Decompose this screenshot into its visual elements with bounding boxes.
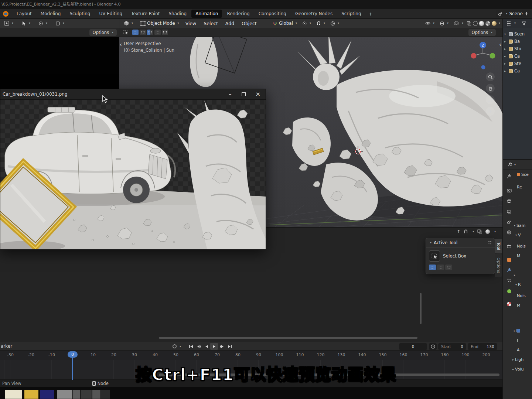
tab-scripting[interactable]: Scripting bbox=[337, 10, 365, 18]
mode-subtract-toggle[interactable] bbox=[445, 265, 452, 270]
panel-grip-icon[interactable] bbox=[488, 241, 492, 245]
properties-tab-material[interactable] bbox=[505, 300, 513, 308]
camera-view-button[interactable] bbox=[486, 95, 495, 104]
shading-rendered-button[interactable] bbox=[491, 21, 497, 26]
props-section-volumes[interactable]: ▸Volu bbox=[512, 367, 524, 372]
prev-keyframe-button[interactable] bbox=[195, 343, 202, 350]
properties-tab-particles[interactable] bbox=[505, 276, 513, 284]
shading-solid-button[interactable] bbox=[479, 21, 484, 26]
mode-extend-toggle[interactable] bbox=[437, 265, 444, 270]
mode-selector[interactable]: Object Mode ▾ bbox=[138, 20, 181, 27]
shading-sphere-button[interactable] bbox=[485, 229, 490, 234]
snap-magnet-button[interactable] bbox=[464, 229, 468, 234]
disclosure-icon[interactable]: ▸ bbox=[504, 55, 507, 58]
proportional-editing-toggle[interactable]: ▾ bbox=[328, 20, 341, 27]
select-box-tile[interactable] bbox=[429, 250, 440, 262]
sync-up-icon[interactable]: ↑ bbox=[457, 229, 460, 234]
snap-toggle[interactable]: ▾ bbox=[314, 20, 327, 27]
left-editor-type-button[interactable]: ▾ bbox=[2, 20, 16, 27]
properties-tab-modifiers[interactable] bbox=[505, 266, 513, 274]
select-mode-subtract-toggle[interactable] bbox=[147, 30, 153, 35]
outliner-root-row[interactable]: ▾ Scen bbox=[503, 30, 532, 38]
tab-compositing[interactable]: Compositing bbox=[255, 10, 290, 18]
sidebar-collapse-icon[interactable]: ‹ bbox=[499, 41, 501, 48]
left-options-dropdown[interactable]: Options ▾ bbox=[89, 29, 117, 36]
tab-geometry-nodes[interactable]: Geometry Nodes bbox=[291, 10, 337, 18]
props-section-viewport[interactable]: ▾V bbox=[515, 233, 521, 238]
properties-tab-render[interactable] bbox=[505, 186, 513, 194]
left-select-tool-button[interactable]: ▾ bbox=[19, 20, 33, 27]
marker-menu[interactable]: arker bbox=[1, 344, 12, 349]
overlays-toggle[interactable]: ▾ bbox=[451, 20, 466, 26]
shading-options-caret-icon[interactable]: ▾ bbox=[499, 22, 500, 25]
auto-keying-toggle[interactable] bbox=[171, 343, 178, 350]
navigation-gizmo[interactable]: Z bbox=[469, 41, 497, 72]
toolbar-collapse-icon[interactable]: ‹ bbox=[120, 41, 122, 48]
pivot-point-selector[interactable]: ▾ bbox=[300, 20, 313, 27]
properties-tab-collection[interactable] bbox=[505, 242, 513, 250]
left-annotate-tool-button[interactable]: ▾ bbox=[53, 20, 66, 27]
play-button[interactable] bbox=[210, 343, 218, 350]
viewport-editor-type-button[interactable]: ▾ bbox=[122, 20, 135, 27]
props-section-sampling[interactable]: ▾Sam bbox=[514, 223, 525, 228]
main-options-dropdown[interactable]: Options ▾ bbox=[468, 29, 496, 36]
props-section-render[interactable]: ▾R bbox=[515, 282, 521, 287]
tab-uv-editing[interactable]: UV Editing bbox=[95, 10, 126, 18]
playhead-line[interactable] bbox=[72, 358, 73, 380]
start-frame-field[interactable]: Start 0 bbox=[438, 343, 466, 350]
caret-icon[interactable]: ▾ bbox=[494, 230, 496, 233]
caret-icon[interactable]: ▾ bbox=[473, 230, 474, 233]
selectability-visibility-filter[interactable]: ▾ bbox=[423, 20, 437, 26]
transform-orientation-selector[interactable]: Global ▾ bbox=[270, 20, 299, 27]
maximize-button[interactable] bbox=[242, 92, 246, 96]
expand-icon[interactable]: ▾ bbox=[504, 33, 507, 36]
sidebar-tab-tool[interactable]: Tool bbox=[495, 239, 502, 253]
select-mode-extend-toggle[interactable] bbox=[140, 30, 146, 35]
properties-tab-output[interactable] bbox=[505, 197, 513, 205]
end-frame-field[interactable]: End 130 bbox=[468, 343, 497, 350]
outliner-editor-type-button[interactable]: ▾ bbox=[505, 20, 518, 27]
ortho-toggle-button[interactable] bbox=[486, 107, 495, 116]
tab-layout[interactable]: Layout bbox=[13, 10, 36, 18]
props-disclosure[interactable]: ▸ bbox=[514, 273, 515, 277]
sidebar-scrollbar[interactable] bbox=[420, 293, 422, 324]
image-window-titlebar[interactable]: Car_breakdown_01\0031.png – × bbox=[0, 89, 266, 100]
use-preview-range-button[interactable] bbox=[429, 343, 437, 350]
jump-to-start-button[interactable] bbox=[187, 343, 195, 350]
gizmos-toggle[interactable]: ▾ bbox=[437, 20, 451, 27]
current-frame-field[interactable]: 0 bbox=[399, 343, 427, 350]
overlap-mode-button[interactable] bbox=[477, 229, 482, 234]
outliner-item[interactable]: ▸ Ste bbox=[503, 60, 532, 67]
shading-wireframe-button[interactable] bbox=[473, 21, 478, 26]
properties-tab-data[interactable] bbox=[505, 287, 513, 295]
close-button[interactable]: × bbox=[256, 91, 260, 97]
properties-tab-world[interactable] bbox=[505, 228, 513, 236]
menu-select[interactable]: Select bbox=[200, 21, 221, 26]
track-chip[interactable]: Node bbox=[92, 381, 109, 386]
disclosure-icon[interactable]: ▸ bbox=[504, 47, 507, 51]
add-workspace-button[interactable]: + bbox=[366, 10, 376, 17]
properties-tab-view-layer[interactable] bbox=[505, 208, 513, 216]
checkbox-icon[interactable] bbox=[516, 329, 520, 332]
menu-object[interactable]: Object bbox=[238, 21, 260, 26]
props-checkbox-row[interactable]: ▸ bbox=[514, 329, 520, 332]
active-tool-icon-button[interactable] bbox=[123, 30, 129, 35]
zoom-button[interactable] bbox=[486, 72, 495, 81]
disclosure-icon[interactable]: ▸ bbox=[504, 40, 507, 43]
jump-to-end-button[interactable] bbox=[226, 343, 233, 350]
properties-editor-type-button[interactable]: ▾ bbox=[505, 162, 518, 168]
properties-tab-scene[interactable] bbox=[505, 218, 513, 226]
sidebar-tab-options[interactable]: Options bbox=[495, 254, 502, 276]
playhead-badge[interactable]: 0 bbox=[68, 351, 78, 358]
mode-set-toggle[interactable] bbox=[429, 265, 436, 270]
select-mode-invert-toggle[interactable] bbox=[154, 30, 161, 35]
image-viewer-window[interactable]: Car_breakdown_01\0031.png – × bbox=[0, 89, 266, 250]
scene-selector[interactable]: ▾ Scene bbox=[496, 10, 531, 17]
outliner-item[interactable]: ▸ Sto bbox=[503, 45, 532, 52]
lower-hscrollbar[interactable] bbox=[159, 337, 417, 339]
menu-view[interactable]: View bbox=[182, 21, 200, 26]
outliner[interactable]: ▾ Scen ▸ Ba ▸ Sto ▸ Ca ▸ Ste ▸ Ca bbox=[502, 28, 532, 159]
timeline-editor[interactable]: arker ▾ 0 Start 0 End 130 -30 -20 -10 0 … bbox=[0, 342, 502, 399]
shading-material-button[interactable] bbox=[485, 21, 491, 26]
props-section-light-paths[interactable]: ▸Ligh bbox=[512, 357, 524, 362]
